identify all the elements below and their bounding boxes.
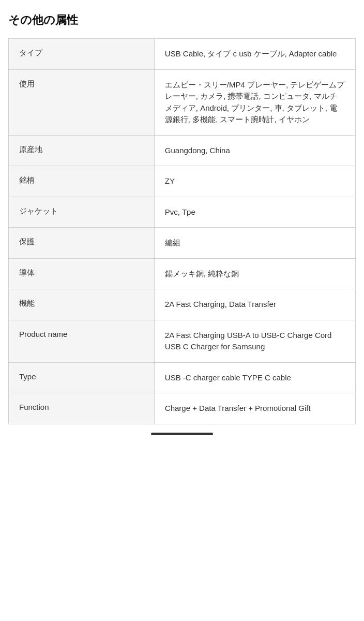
attr-label: 銘柄 [9,166,155,197]
attr-value: USB -C charger cable TYPE C cable [154,362,355,393]
attr-value: 2A Fast Charging, Data Transfer [154,289,355,320]
attr-value: 錫メッキ銅, 純粋な銅 [154,258,355,289]
table-row: 銘柄ZY [9,166,356,197]
table-row: 導体錫メッキ銅, 純粋な銅 [9,258,356,289]
table-row: タイプUSB Cable, タイプ c usb ケーブル, Adapter ca… [9,39,356,70]
attr-value: Charge + Data Transfer + Promotional Gif… [154,393,355,424]
table-row: 使用エムピー・スリー/MP4 プレーヤー, テレビゲームプレーヤー, カメラ, … [9,69,356,135]
attr-label: 使用 [9,69,155,135]
attr-label: 原産地 [9,135,155,166]
attr-label: ジャケット [9,197,155,228]
attr-label: 保護 [9,228,155,259]
page-container: その他の属性 タイプUSB Cable, タイプ c usb ケーブル, Ada… [0,0,364,439]
attr-value: エムピー・スリー/MP4 プレーヤー, テレビゲームプレーヤー, カメラ, 携帯… [154,69,355,135]
attr-label: Product name [9,320,155,362]
attr-value: 2A Fast Charging USB-A to USB-C Charge C… [154,320,355,362]
table-row: ジャケットPvc, Tpe [9,197,356,228]
attr-label: タイプ [9,39,155,70]
scroll-indicator [8,424,356,439]
attr-label: 機能 [9,289,155,320]
attr-label: Type [9,362,155,393]
attr-value: ZY [154,166,355,197]
table-row: Product name2A Fast Charging USB-A to US… [9,320,356,362]
section-title: その他の属性 [8,12,356,28]
table-row: 保護編組 [9,228,356,259]
table-row: TypeUSB -C charger cable TYPE C cable [9,362,356,393]
attr-label: Function [9,393,155,424]
table-row: FunctionCharge + Data Transfer + Promoti… [9,393,356,424]
attr-value: Guangdong, China [154,135,355,166]
attributes-table: タイプUSB Cable, タイプ c usb ケーブル, Adapter ca… [8,38,356,424]
attr-value: Pvc, Tpe [154,197,355,228]
attr-label: 導体 [9,258,155,289]
table-row: 機能2A Fast Charging, Data Transfer [9,289,356,320]
attr-value: USB Cable, タイプ c usb ケーブル, Adapter cable [154,39,355,70]
scroll-bar [151,433,213,435]
table-row: 原産地Guangdong, China [9,135,356,166]
attr-value: 編組 [154,228,355,259]
